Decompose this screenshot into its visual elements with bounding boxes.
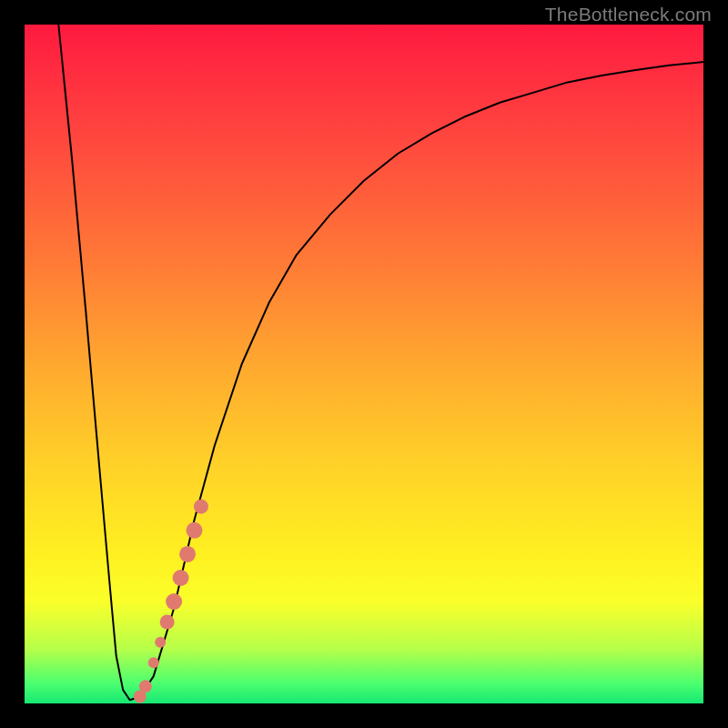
marker-group [134,500,208,703]
data-marker [139,680,152,693]
data-marker [194,500,208,514]
chart-frame: TheBottleneck.com [0,0,728,728]
data-marker [148,657,159,668]
data-marker [179,546,196,562]
watermark-label: TheBottleneck.com [545,4,712,25]
chart-svg [25,25,703,703]
data-marker [155,637,166,648]
data-marker [187,522,203,539]
data-marker [173,570,189,586]
data-marker [160,614,175,629]
bottleneck-curve [58,25,703,700]
data-marker [166,593,182,610]
